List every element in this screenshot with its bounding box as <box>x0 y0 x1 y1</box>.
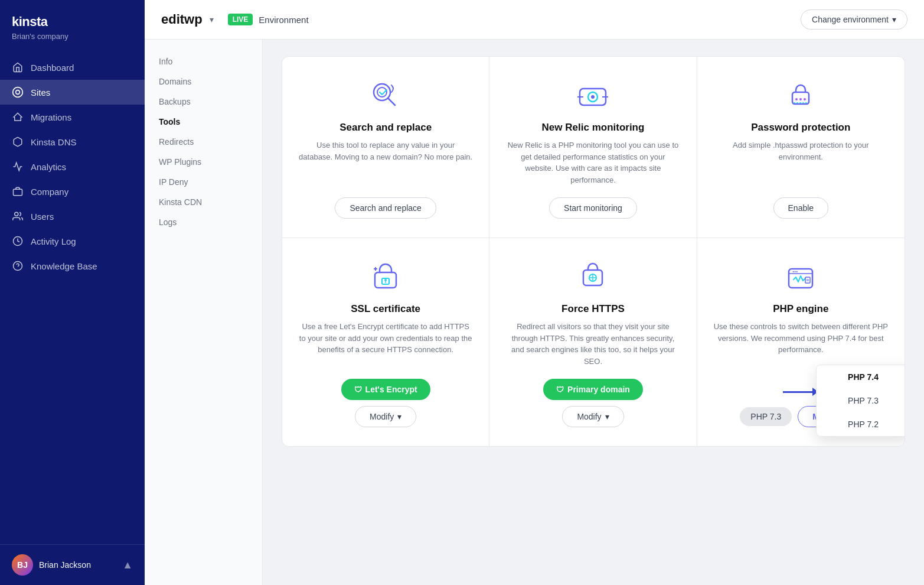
sidebar-item-sites[interactable]: Sites <box>0 80 145 105</box>
force-https-desc: Redirect all visitors so that they visit… <box>506 321 680 367</box>
sidebar-label-users: Users <box>31 212 54 222</box>
site-chevron-icon[interactable]: ▾ <box>210 15 214 24</box>
php-option-72[interactable]: PHP 7.2 <box>817 412 905 436</box>
sidebar-item-knowledge-base[interactable]: Knowledge Base <box>0 254 145 278</box>
svg-point-0 <box>13 87 23 98</box>
tool-card-php: ●●● PHP engine Use these controls to swi… <box>697 238 905 446</box>
tool-card-password: Password protection Add simple .htpasswd… <box>697 57 905 238</box>
subnav-ip-deny[interactable]: IP Deny <box>145 172 262 192</box>
php-option-74[interactable]: PHP 7.4 <box>817 365 905 389</box>
start-monitoring-button[interactable]: Start monitoring <box>549 197 637 219</box>
subnav-logs[interactable]: Logs <box>145 212 262 232</box>
tools-area: Search and replace Use this tool to repl… <box>263 40 924 585</box>
search-replace-button[interactable]: Search and replace <box>335 197 436 219</box>
search-replace-icon <box>368 78 403 113</box>
subnav-tools[interactable]: Tools <box>145 112 262 132</box>
sidebar-label-migrations: Migrations <box>31 112 71 122</box>
user-info: BJ Brian Jackson <box>12 554 91 576</box>
env-label: Environment <box>259 15 308 25</box>
dns-icon <box>12 136 24 148</box>
home-icon <box>12 61 24 73</box>
sidebar-label-sites: Sites <box>31 87 50 98</box>
change-env-chevron-icon: ▾ <box>892 15 896 24</box>
subnav-domains[interactable]: Domains <box>145 72 262 92</box>
force-https-actions: 🛡 Primary domain Modify ▾ <box>506 379 680 427</box>
ssl-title: SSL certificate <box>351 303 420 315</box>
tool-card-search-replace: Search and replace Use this tool to repl… <box>282 57 489 238</box>
search-replace-desc: Use this tool to replace any value in yo… <box>299 139 472 186</box>
subnav-redirects[interactable]: Redirects <box>145 132 262 152</box>
sidebar-label-company: Company <box>31 187 68 197</box>
sidebar-item-kinsta-dns[interactable]: Kinsta DNS <box>0 129 145 154</box>
php-icon: ●●● <box>783 259 818 295</box>
https-modify-chevron: ▾ <box>605 412 609 421</box>
sidebar-bottom: BJ Brian Jackson ▲ <box>0 544 145 585</box>
sidebar-label-dns: Kinsta DNS <box>31 137 77 147</box>
site-name: editwp <box>161 12 203 27</box>
user-chevron-icon[interactable]: ▲ <box>122 559 133 571</box>
sidebar: kinsta Brian's company Dashboard Sites M… <box>0 0 145 585</box>
new-relic-icon <box>575 78 610 113</box>
sidebar-label-knowledge: Knowledge Base <box>31 261 97 271</box>
svg-point-16 <box>795 98 798 100</box>
enable-password-button[interactable]: Enable <box>773 197 829 219</box>
new-relic-title: New Relic monitoring <box>542 122 645 134</box>
sidebar-item-company[interactable]: Company <box>0 179 145 204</box>
force-https-icon <box>575 259 610 295</box>
search-replace-actions: Search and replace <box>299 197 472 219</box>
activity-icon <box>12 235 24 247</box>
svg-rect-33 <box>805 277 810 283</box>
sidebar-label-activity: Activity Log <box>31 236 76 246</box>
svg-point-8 <box>377 87 387 97</box>
ssl-modify-button[interactable]: Modify ▾ <box>355 406 416 427</box>
main-content: editwp ▾ LIVE Environment Change environ… <box>145 0 924 585</box>
sidebar-item-dashboard[interactable]: Dashboard <box>0 55 145 80</box>
site-info: editwp ▾ LIVE Environment <box>161 12 309 27</box>
change-environment-button[interactable]: Change environment ▾ <box>801 9 907 30</box>
svg-text:●●●: ●●● <box>792 269 798 273</box>
new-relic-actions: Start monitoring <box>506 197 680 219</box>
subnav-kinsta-cdn[interactable]: Kinsta CDN <box>145 192 262 212</box>
password-title: Password protection <box>751 122 850 134</box>
sidebar-nav: Dashboard Sites Migrations Kinsta DNS <box>0 50 145 544</box>
svg-point-17 <box>799 98 802 100</box>
topbar: editwp ▾ LIVE Environment Change environ… <box>145 0 924 40</box>
php-dropdown: PHP 7.4 PHP 7.3 PHP 7.2 <box>816 365 905 437</box>
sidebar-label-analytics: Analytics <box>31 162 66 172</box>
svg-point-12 <box>591 95 595 99</box>
ssl-actions: 🛡 Let's Encrypt Modify ▾ <box>299 379 472 427</box>
shield-icon: 🛡 <box>354 385 362 394</box>
svg-point-1 <box>16 90 20 95</box>
tools-grid: Search and replace Use this tool to repl… <box>282 56 905 447</box>
sidebar-logo: kinsta Brian's company <box>0 0 145 50</box>
tool-card-force-https: Force HTTPS Redirect all visitors so tha… <box>489 238 697 446</box>
php-option-73[interactable]: PHP 7.3 <box>817 389 905 412</box>
subnav-backups[interactable]: Backups <box>145 92 262 112</box>
tool-card-new-relic: New Relic monitoring New Relic is a PHP … <box>489 57 697 238</box>
sidebar-item-analytics[interactable]: Analytics <box>0 154 145 179</box>
new-relic-desc: New Relic is a PHP monitoring tool you c… <box>506 139 680 186</box>
sidebar-item-activity-log[interactable]: Activity Log <box>0 229 145 254</box>
primary-domain-button[interactable]: 🛡 Primary domain <box>543 379 643 400</box>
ssl-icon <box>368 259 403 295</box>
svg-line-9 <box>388 98 395 105</box>
lets-encrypt-button[interactable]: 🛡 Let's Encrypt <box>341 379 430 400</box>
https-modify-button[interactable]: Modify ▾ <box>562 406 623 427</box>
avatar: BJ <box>12 554 33 576</box>
sidebar-item-migrations[interactable]: Migrations <box>0 105 145 129</box>
php-version-badge: PHP 7.3 <box>740 407 792 426</box>
company-icon <box>12 186 24 197</box>
password-actions: Enable <box>714 197 888 219</box>
ssl-modify-chevron: ▾ <box>397 412 401 421</box>
sites-icon <box>12 86 24 98</box>
sub-nav: Info Domains Backups Tools Redirects WP … <box>145 40 263 585</box>
subnav-info[interactable]: Info <box>145 51 262 72</box>
analytics-icon <box>12 161 24 173</box>
subnav-wp-plugins[interactable]: WP Plugins <box>145 152 262 172</box>
migrations-icon <box>12 111 24 123</box>
sidebar-label-dashboard: Dashboard <box>31 63 74 73</box>
ssl-desc: Use a free Let's Encrypt certificate to … <box>299 321 472 367</box>
search-replace-title: Search and replace <box>339 122 432 134</box>
users-icon <box>12 210 24 222</box>
sidebar-item-users[interactable]: Users <box>0 204 145 229</box>
